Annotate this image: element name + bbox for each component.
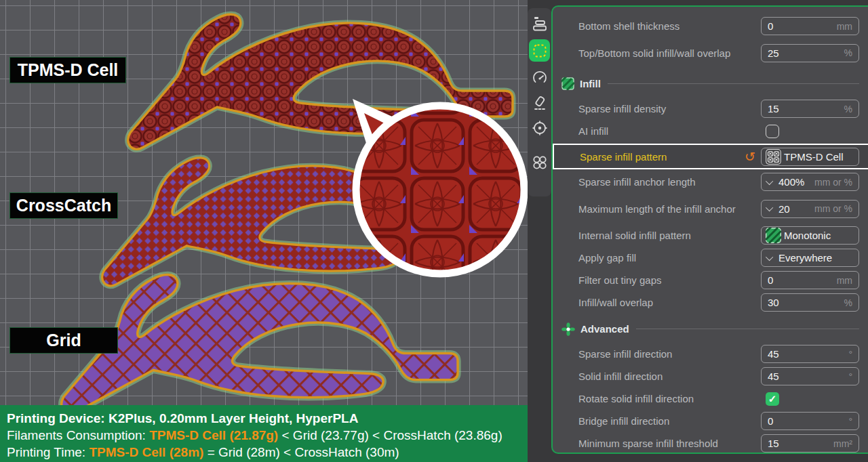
solid-direction-input[interactable]: 45 ° (761, 367, 859, 385)
advanced-section-icon (561, 322, 575, 336)
input-value: 0 (768, 274, 773, 286)
settings-panel: Bottom shell thickness 0 mm Top/Bottom s… (551, 5, 868, 454)
input-unit: mm (837, 275, 852, 286)
input-unit: ° (848, 371, 852, 382)
input-unit: mm or % (814, 177, 852, 188)
setting-row-gap-fill: Apply gap fill Everywhere (553, 247, 868, 269)
setting-label: Apply gap fill (578, 251, 636, 264)
max-anchor-dropdown[interactable]: 20 mm or % (761, 200, 859, 218)
section-header-advanced: Advanced (553, 318, 868, 340)
select-value: Everywhere (778, 252, 832, 264)
strength-infill-icon[interactable] (529, 39, 550, 62)
input-unit: mm (837, 21, 852, 32)
section-title: Infill (580, 78, 601, 89)
input-unit: mm² (833, 438, 852, 449)
setting-row-infill-wall-overlap: Infill/wall overlap 30 % (553, 291, 868, 314)
select-value: TPMS-D Cell (784, 151, 844, 163)
pattern-zoom-callout (353, 99, 524, 274)
banner-line2-label: Filaments Consumption: (7, 428, 149, 442)
section-title: Advanced (580, 323, 629, 335)
model-label-tpms-d: TPMS-D Cell (9, 57, 126, 83)
tpms-pattern-icon (766, 149, 781, 165)
setting-label: Bottom shell thickness (578, 20, 679, 33)
input-value: 45 (768, 348, 779, 360)
input-value: 45 (768, 371, 779, 382)
support-icon[interactable] (531, 94, 549, 112)
banner-line2-rest: < Grid (23.77g) < CrossHatch (23.86g) (278, 428, 502, 442)
tiny-gaps-input[interactable]: 0 mm (761, 271, 859, 289)
model-label-grid: Grid (9, 327, 118, 354)
setting-row-tiny-gaps: Filter out tiny gaps 0 mm (553, 269, 868, 291)
model-label-crosscatch: CrossCatch (9, 192, 118, 219)
setting-row-min-threshold: Minimum sparse infill threshold 15 mm² (553, 432, 868, 454)
settings-category-sidebar (528, 8, 551, 196)
input-unit: % (844, 104, 852, 114)
banner-line3-best: TPMS-D Cell (28m) (89, 445, 203, 459)
info-banner: Printing Device: K2Plus, 0.20mm Layer He… (0, 405, 528, 462)
sparse-pattern-select[interactable]: TPMS-D Cell (761, 148, 859, 166)
setting-label: Infill/wall overlap (578, 296, 653, 309)
model-grid[interactable] (62, 274, 458, 413)
input-unit: % (844, 47, 852, 58)
gap-fill-dropdown[interactable]: Everywhere (761, 249, 859, 267)
setting-row-bridge-direction: Bridge infill direction 0 ° (553, 410, 868, 432)
setting-label: Bridge infill direction (578, 415, 669, 427)
section-divider (608, 83, 859, 84)
setting-label: Sparse infill anchor length (578, 175, 696, 188)
input-unit: ° (848, 349, 852, 360)
input-unit: mm or % (814, 203, 852, 214)
setting-label: Maximum length of the infill anchor (578, 203, 736, 215)
section-header-infill: Infill (553, 72, 868, 95)
setting-row-rotate-solid: Rotate solid infill direction ✓ (553, 387, 868, 410)
ai-infill-checkbox[interactable] (766, 125, 779, 138)
setting-row-max-anchor: Maximum length of the infill anchor 20 m… (553, 193, 868, 224)
calibration-icon[interactable] (531, 119, 549, 137)
section-divider (636, 329, 859, 329)
setting-label: Top/Bottom solid infill/wall overlap (578, 47, 730, 60)
3d-viewport[interactable]: TPMS-D Cell CrossCatch Grid Printing Dev… (0, 0, 528, 462)
min-threshold-input[interactable]: 15 mm² (761, 434, 859, 453)
others-icon[interactable] (531, 154, 549, 171)
setting-row-top-bottom-overlap: Top/Bottom solid infill/wall overlap 25 … (553, 37, 868, 68)
select-value: Monotonic (784, 230, 831, 241)
sparse-density-input[interactable]: 15 % (761, 100, 859, 118)
chevron-down-icon (766, 177, 773, 184)
top-bottom-overlap-input[interactable]: 25 % (761, 44, 859, 62)
rotate-solid-checkbox[interactable]: ✓ (766, 392, 779, 406)
slicer-window: TPMS-D Cell CrossCatch Grid Printing Dev… (0, 0, 868, 462)
setting-row-sparse-direction: Sparse infill direction 45 ° (553, 343, 868, 365)
input-value: 30 (768, 297, 779, 308)
input-value: 25 (768, 47, 779, 59)
bottom-shell-input[interactable]: 0 mm (761, 17, 859, 35)
input-unit: ° (848, 416, 852, 427)
monotonic-pattern-icon (766, 228, 781, 243)
internal-pattern-select[interactable]: Monotonic (761, 226, 859, 245)
check-icon: ✓ (768, 393, 777, 405)
chevron-down-icon (766, 204, 773, 211)
infill-wall-overlap-input[interactable]: 30 % (761, 293, 859, 312)
banner-printing-time: Printing Time: TPMS-D Cell (28m) = Grid … (7, 444, 528, 461)
input-value: 15 (768, 103, 779, 114)
input-value: 0 (768, 20, 773, 32)
anchor-length-dropdown[interactable]: 400% mm or % (761, 173, 859, 191)
setting-label: Sparse infill pattern (580, 150, 667, 163)
setting-row-solid-direction: Solid infill direction 45 ° (553, 365, 868, 387)
setting-label: Sparse infill direction (578, 348, 672, 360)
quality-icon[interactable] (531, 14, 549, 32)
input-value: 15 (768, 438, 779, 449)
sparse-direction-input[interactable]: 45 ° (761, 345, 859, 363)
setting-label: Sparse infill density (578, 102, 666, 115)
bridge-direction-input[interactable]: 0 ° (761, 412, 859, 430)
setting-row-bottom-shell: Bottom shell thickness 0 mm (553, 15, 868, 37)
input-value: 0 (768, 415, 773, 427)
banner-line3-rest: = Grid (28m) < CrossHatch (30m) (203, 445, 399, 459)
speed-icon[interactable] (531, 69, 549, 87)
select-value: 400% (778, 176, 804, 188)
setting-row-anchor-length: Sparse infill anchor length 400% mm or % (553, 171, 868, 193)
infill-section-icon (561, 77, 574, 90)
setting-row-sparse-density: Sparse infill density 15 % (553, 98, 868, 120)
banner-line3-label: Printing Time: (7, 445, 89, 459)
input-unit: % (844, 297, 852, 308)
setting-row-ai-infill: AI infill (553, 120, 868, 142)
reset-icon[interactable]: ↺ (745, 150, 755, 163)
